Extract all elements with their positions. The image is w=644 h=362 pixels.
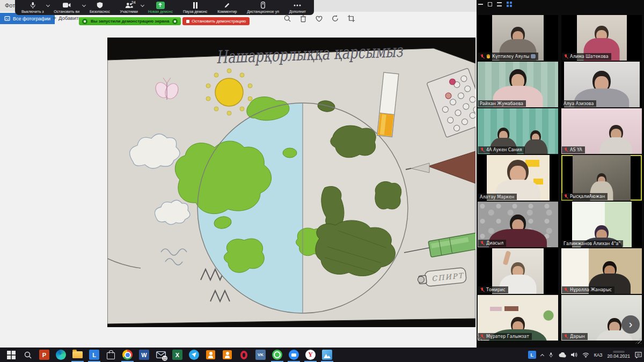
mail-badge: 12 xyxy=(162,356,167,361)
favorite-icon[interactable] xyxy=(315,15,323,23)
minimize-icon[interactable] xyxy=(478,4,483,5)
mute-button[interactable]: Выключить з xyxy=(17,0,49,15)
stop-icon xyxy=(186,20,189,23)
participant-nameplate: Томирис xyxy=(478,286,508,293)
onedrive-icon[interactable] xyxy=(558,352,566,358)
participant-nameplate: 4А Аукен Сания xyxy=(478,146,525,153)
exit-fullscreen-icon[interactable] xyxy=(488,2,492,6)
telegram-icon[interactable] xyxy=(186,348,202,362)
participant-tile[interactable]: Алатау Маркен xyxy=(478,155,558,201)
muted-mic-icon xyxy=(564,194,568,200)
pause-share-button[interactable]: Пауза демонс xyxy=(179,0,213,15)
participant-tile[interactable]: Күптилеу Аяулы xyxy=(478,15,558,61)
participant-nameplate: Галимжанов Алихан 4"а" xyxy=(562,240,623,247)
whatsapp-icon[interactable] xyxy=(269,348,286,362)
odnoklassniki-icon[interactable] xyxy=(202,348,219,362)
rotate-icon[interactable] xyxy=(331,14,339,23)
participant-nameplate: Диасыл xyxy=(478,240,506,247)
zoom-app-icon[interactable] xyxy=(286,348,302,362)
remote-control-button[interactable]: Дистанционное уп xyxy=(243,0,284,15)
opera-icon[interactable] xyxy=(236,348,252,362)
annotate-button[interactable]: Комментир xyxy=(213,0,243,15)
next-page-button[interactable]: › xyxy=(621,315,640,334)
photo-stage: Нашарқорлыққа қарсымыз xyxy=(107,38,475,327)
notification-icon[interactable] xyxy=(635,352,642,358)
participant-tile[interactable]: Нұролла Жанарыс xyxy=(561,248,642,294)
start-button[interactable] xyxy=(3,348,19,362)
participant-tile[interactable]: Мұратер Галымзат xyxy=(478,295,558,341)
participant-tile-active[interactable]: РысқалиАюжан xyxy=(561,155,642,201)
edge-icon[interactable] xyxy=(53,348,69,362)
photos-app-window: Фото Все фотографии + Добавить xyxy=(0,0,477,348)
wifi-icon[interactable] xyxy=(582,352,589,358)
stop-share-button[interactable]: Остановить демонстрацию xyxy=(182,17,250,25)
excel-icon[interactable]: X xyxy=(169,348,186,362)
participant-tile[interactable]: Алима Шатекова xyxy=(561,15,642,61)
search-icon[interactable] xyxy=(19,348,36,362)
participant-nameplate: Алатау Маркен xyxy=(478,194,517,200)
participant-tile[interactable]: Томирис xyxy=(478,248,558,294)
share-screen-icon xyxy=(156,1,165,9)
participants-count-badge: 24 xyxy=(131,1,136,4)
participant-nameplate: Дарын xyxy=(562,333,588,340)
hidden-icons-chevron[interactable] xyxy=(540,353,544,357)
vk-icon[interactable]: VK xyxy=(252,348,269,362)
tray-microphone-icon[interactable] xyxy=(548,352,553,358)
l-app-tray-icon[interactable]: L xyxy=(528,351,536,359)
pencil-icon xyxy=(224,1,230,9)
odnoklassniki-icon-2[interactable] xyxy=(219,348,236,362)
l-app-icon[interactable]: L xyxy=(86,348,103,362)
zoom-meeting-toolbar: Выключить з Остановить ви Безопаснос 24 … xyxy=(15,0,314,15)
shield-icon xyxy=(97,1,103,9)
new-share-button[interactable]: Новая демонс xyxy=(144,0,179,15)
participant-tile[interactable]: Райхан Жумабаева xyxy=(478,62,558,107)
stop-video-button[interactable]: Остановить ви xyxy=(49,0,85,15)
participant-tile[interactable]: AS YA xyxy=(561,108,642,154)
participants-button[interactable]: 24 Участники xyxy=(116,0,144,15)
pause-icon xyxy=(193,1,198,9)
participant-tile[interactable]: 4А Аукен Сания xyxy=(478,108,558,154)
participant-tile[interactable]: Диасыл xyxy=(478,202,558,247)
yandex-browser-icon[interactable]: Y xyxy=(302,348,319,362)
zoom-icon[interactable] xyxy=(283,14,291,23)
plus-icon: + xyxy=(53,16,56,21)
system-tray: L КАЗ 20.04.2021 xyxy=(528,348,642,362)
microsoft-store-icon[interactable] xyxy=(103,348,119,362)
add-button[interactable]: + Добавить xyxy=(53,15,81,21)
security-button[interactable]: Безопаснос xyxy=(85,0,116,15)
mail-icon[interactable]: 12 xyxy=(152,348,169,362)
muted-mic-icon xyxy=(480,241,485,246)
chrome-icon[interactable] xyxy=(119,348,136,362)
gallery-view-icon[interactable] xyxy=(507,2,512,7)
muted-mic-icon xyxy=(480,287,485,293)
word-icon[interactable]: W xyxy=(136,348,152,362)
more-icon xyxy=(294,1,301,9)
more-button[interactable]: Дополнит xyxy=(285,0,312,15)
participant-nameplate: Мұратер Галымзат xyxy=(478,333,532,340)
microphone-icon xyxy=(30,1,36,9)
photo-collection-icon xyxy=(4,16,10,21)
crop-icon[interactable] xyxy=(347,14,355,23)
delete-icon[interactable] xyxy=(299,14,307,23)
participant-tile[interactable]: Галимжанов Алихан 4"а" xyxy=(561,202,642,247)
participant-nameplate: Нұролла Жанарыс xyxy=(562,286,614,293)
participant-nameplate: AS YA xyxy=(562,146,585,153)
share-monitor-icon xyxy=(82,19,87,24)
remote-control-icon xyxy=(261,1,265,9)
participants-panel: Күптилеу Аяулы Алима Шатекова Райхан Жум… xyxy=(477,0,644,348)
panel-window-controls xyxy=(478,2,512,7)
volume-icon[interactable] xyxy=(571,352,577,358)
muted-mic-icon xyxy=(564,147,568,153)
file-explorer-icon[interactable] xyxy=(69,348,86,362)
photos-app-icon[interactable] xyxy=(319,348,335,362)
powerpoint-icon[interactable]: P xyxy=(36,348,53,362)
language-indicator[interactable]: КАЗ xyxy=(594,352,603,358)
speaker-view-icon[interactable] xyxy=(497,2,502,6)
participant-nameplate: Алуа Азизова xyxy=(562,100,596,107)
clock[interactable]: 20.04.2021 xyxy=(607,351,630,359)
muted-mic-icon xyxy=(564,334,568,339)
muted-mic-icon xyxy=(564,54,568,60)
video-grid: Күптилеу Аяулы Алима Шатекова Райхан Жум… xyxy=(477,14,644,348)
participant-tile[interactable]: Алуа Азизова xyxy=(561,62,642,107)
time-blur xyxy=(613,351,625,353)
